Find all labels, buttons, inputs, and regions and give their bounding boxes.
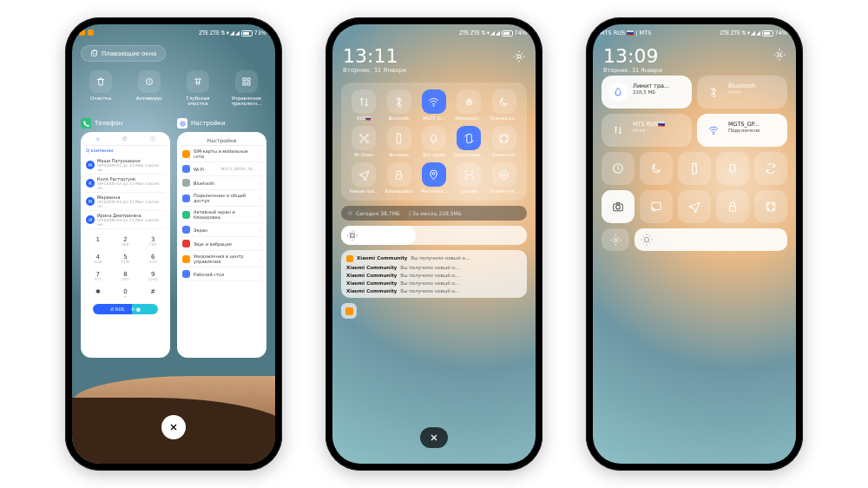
status-bar: MTS RUS 🇷🇺 | MTS ZTE ZTE ⇅ ▾ ◢ ◢ 74% bbox=[593, 24, 796, 42]
qs-auto[interactable]: Автояркос... bbox=[453, 89, 484, 121]
qs-torch[interactable]: Фонарик bbox=[383, 126, 414, 157]
key-5[interactable]: 5КЛМ bbox=[112, 250, 140, 267]
status-bar: ZTE ZTE ⇅ ▾ ◢ ◢ 74% bbox=[332, 24, 536, 42]
brightness-slider[interactable] bbox=[341, 226, 527, 245]
svg-point-7 bbox=[181, 122, 183, 124]
tool-broom[interactable]: Глубокая очистка bbox=[176, 70, 220, 106]
tool-shield[interactable]: Антивирус bbox=[128, 70, 171, 106]
screen: MTS RUS 🇷🇺 | MTS ZTE ZTE ⇅ ▾ ◢ ◢ 74% 13:… bbox=[593, 24, 796, 464]
svg-point-28 bbox=[616, 205, 621, 209]
qs-bell[interactable]: Без звука bbox=[418, 126, 450, 157]
key-7[interactable]: 7РСТ bbox=[84, 267, 112, 285]
notif-row[interactable]: Xiaomi Community Вы получили новый о... bbox=[346, 254, 522, 263]
key-8[interactable]: 8УФХ bbox=[112, 267, 140, 285]
cc-data[interactable]: MTS RUS🇷🇺Откл bbox=[602, 114, 692, 147]
settings-icon[interactable] bbox=[513, 50, 525, 63]
svg-rect-3 bbox=[243, 78, 246, 81]
settings-row[interactable]: Подключение и общий доступ› bbox=[181, 190, 263, 207]
svg-rect-5 bbox=[243, 82, 246, 85]
svg-point-21 bbox=[500, 170, 509, 179]
svg-point-16 bbox=[366, 141, 368, 142]
notif-row[interactable]: Xiaomi Community Вы получили новый о... bbox=[346, 271, 522, 279]
cc-clock[interactable] bbox=[602, 152, 635, 185]
svg-rect-17 bbox=[467, 134, 471, 142]
contact-row[interactable]: ММаши Патрошкине(495)000-01 до 31 Мая со… bbox=[86, 156, 165, 175]
key-0[interactable]: 0+ bbox=[112, 285, 140, 302]
cc-blood[interactable]: Лимит тра...228,5 МБ bbox=[602, 76, 692, 109]
key-9[interactable]: 9ЦЧШ bbox=[139, 267, 167, 285]
notif-row[interactable]: Xiaomi Community Вы получили новый о... bbox=[346, 279, 522, 287]
svg-point-24 bbox=[778, 53, 781, 56]
qs-bt[interactable]: Bluetooth bbox=[383, 89, 414, 121]
tool-grid[interactable]: Управление приложен... bbox=[225, 70, 268, 106]
cc-lock[interactable] bbox=[716, 190, 749, 223]
cc-bt[interactable]: BluetoothОткл bbox=[697, 76, 787, 109]
qs-moon[interactable]: Темный ре... bbox=[489, 89, 520, 121]
qs-wifi[interactable]: MGTS_G... bbox=[418, 89, 450, 121]
recent-card-phone[interactable]: ☆⏱ⓘ Q компании ММаши Патрошкине(495)000-… bbox=[81, 132, 170, 358]
cc-plane[interactable] bbox=[678, 190, 711, 223]
qs-plane[interactable]: Режим пол... bbox=[348, 162, 379, 194]
settings-row[interactable]: Bluetooth› bbox=[181, 176, 263, 190]
qs-shot[interactable]: Скриншот bbox=[489, 126, 520, 157]
svg-rect-29 bbox=[652, 202, 661, 209]
qs-share[interactable]: Mi Share bbox=[348, 126, 379, 157]
key-6[interactable]: 6НОП bbox=[139, 250, 167, 267]
mini-notif[interactable] bbox=[341, 303, 357, 319]
recent-card-settings[interactable]: Настройки SIM-карты и мобильные сети›Wi-… bbox=[177, 132, 266, 358]
settings-row[interactable]: Звук и вибрация› bbox=[181, 237, 263, 251]
cc-sync[interactable] bbox=[754, 152, 787, 185]
phone-shade: ZTE ZTE ⇅ ▾ ◢ ◢ 74% 13:11 Вторник, 31 Ян… bbox=[326, 17, 542, 471]
clock: 13:11 bbox=[343, 45, 398, 67]
contact-row[interactable]: ИИрина Дмитриевна(916)000-04 до 31 Мая с… bbox=[86, 211, 165, 229]
svg-point-25 bbox=[713, 134, 714, 135]
notif-row[interactable]: Xiaomi Community Вы получили новый о... bbox=[346, 287, 522, 294]
stage: ZTE ZTE ⇅ ▾ ◢ ◢ 73% Плавающие окна Очист… bbox=[0, 0, 868, 488]
qs-data[interactable]: RUS🇷🇺 bbox=[348, 89, 379, 121]
close-shade-button[interactable] bbox=[420, 427, 448, 448]
settings-row[interactable]: Рабочий стол› bbox=[181, 267, 263, 281]
svg-point-20 bbox=[433, 172, 436, 175]
cc-shot[interactable] bbox=[754, 190, 787, 223]
svg-point-10 bbox=[433, 105, 434, 106]
cc-settings-button[interactable] bbox=[602, 228, 629, 251]
key-3[interactable]: 3ГДЕ bbox=[139, 233, 167, 250]
cc-bell[interactable] bbox=[716, 152, 749, 185]
key-2[interactable]: 2АБВ bbox=[112, 233, 140, 250]
cc-torch[interactable] bbox=[678, 152, 711, 185]
svg-rect-31 bbox=[766, 202, 774, 210]
notif-row[interactable]: Xiaomi Community Вы получили новый о... bbox=[346, 263, 522, 271]
cc-moon[interactable] bbox=[640, 152, 673, 185]
cc-cast[interactable] bbox=[640, 190, 673, 223]
data-usage-bar[interactable]: Сегодня 38,7МБ| За месяц 228,5МБ bbox=[341, 206, 527, 221]
screen: ZTE ZTE ⇅ ▾ ◢ ◢ 74% 13:11 Вторник, 31 Ян… bbox=[332, 24, 536, 464]
qs-rotate[interactable]: Ориентаци... bbox=[453, 126, 484, 157]
floating-windows-chip[interactable]: Плавающие окна bbox=[81, 45, 166, 62]
cc-camera[interactable] bbox=[602, 190, 635, 223]
close-recents-button[interactable] bbox=[161, 415, 186, 439]
qs-lock[interactable]: Блокировка bbox=[383, 162, 414, 194]
phone-recents: ZTE ZTE ⇅ ▾ ◢ ◢ 73% Плавающие окна Очист… bbox=[65, 17, 282, 471]
qs-panel: RUS🇷🇺BluetoothMGTS_G...Автояркос...Темны… bbox=[341, 82, 527, 201]
svg-rect-4 bbox=[247, 78, 250, 81]
settings-row[interactable]: SIM-карты и мобильные сети› bbox=[181, 146, 263, 162]
brightness-slider[interactable] bbox=[635, 228, 787, 251]
key-4[interactable]: 4ЖЗИ bbox=[84, 250, 112, 267]
settings-row[interactable]: Активный экран и блокировка› bbox=[181, 207, 263, 223]
settings-icon[interactable] bbox=[773, 49, 786, 61]
svg-point-8 bbox=[180, 121, 184, 125]
cc-wifi[interactable]: MGTS_GP...Подключено bbox=[697, 114, 787, 147]
settings-row[interactable]: Уведомления и центр управления› bbox=[181, 251, 263, 267]
qs-read[interactable]: Режим чте... bbox=[489, 162, 520, 194]
key-✱[interactable]: ✱ bbox=[84, 285, 112, 302]
contact-row[interactable]: ККоля Расторгуев(495)000-02 до 31 Мая со… bbox=[86, 175, 165, 193]
key-1[interactable]: 1 bbox=[84, 233, 112, 250]
settings-row[interactable]: Wi-FiMGTS_GPON_18...› bbox=[181, 162, 263, 176]
key-#[interactable]: # bbox=[139, 285, 167, 302]
qs-loc[interactable]: Местопол... bbox=[418, 162, 450, 194]
notifications[interactable]: Xiaomi Community Вы получили новый о...X… bbox=[341, 250, 527, 298]
qs-scan[interactable]: Сканер bbox=[453, 162, 484, 194]
settings-row[interactable]: Экран› bbox=[181, 223, 263, 237]
contact-row[interactable]: ММарианна(916)000-03 до 31 Мая совсем не… bbox=[86, 193, 165, 211]
tool-trash[interactable]: Очистка bbox=[79, 70, 122, 106]
